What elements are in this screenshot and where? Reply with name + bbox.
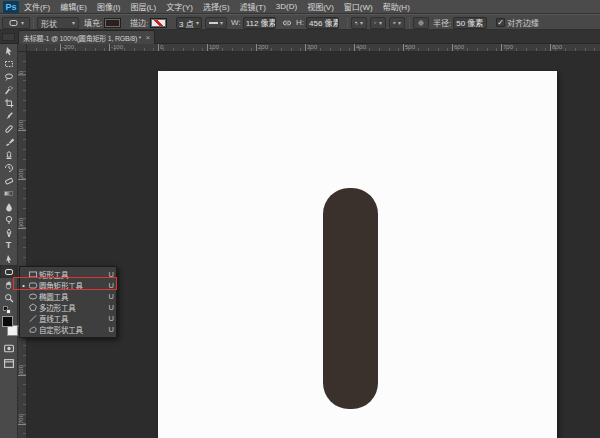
flyout-item-rectangle-tool[interactable]: 矩形工具 U [20, 269, 116, 280]
rounded-rectangle-icon [28, 281, 38, 290]
radius-input[interactable]: 50 像素 [453, 17, 487, 29]
menu-window[interactable]: 窗口(W) [339, 1, 378, 12]
pen-tool-icon [4, 228, 14, 238]
menu-select[interactable]: 选择(S) [198, 1, 235, 12]
stroke-style-dropdown[interactable]: ▾ [205, 17, 227, 29]
chevron-down-icon: ▾ [360, 20, 363, 26]
path-arrangement-icon [393, 18, 396, 28]
horizontal-ruler[interactable]: -200-1000100200300400500600700800 [27, 44, 600, 52]
gear-icon [417, 18, 425, 28]
menu-3d[interactable]: 3D(D) [271, 2, 302, 11]
marquee-tool-icon [4, 59, 14, 69]
selection-marker: • [20, 282, 27, 289]
tool-options-bar: ▾ 形状 ▾ 填充: 描边: 3 点 ▾ ▾ W: 112 像素 H: 456 … [0, 14, 600, 30]
ruler-tick-label: 200 [256, 44, 268, 52]
quick-selection-tool-icon [4, 85, 14, 95]
menu-help[interactable]: 帮助(H) [378, 1, 415, 12]
gradient-tool[interactable] [0, 187, 17, 200]
flyout-item-shortcut: U [104, 270, 114, 279]
quick-selection-tool[interactable] [0, 83, 17, 96]
default-colors-icon[interactable] [3, 306, 12, 314]
tool-mode-dropdown[interactable]: 形状 ▾ [37, 17, 79, 29]
height-label: H: [296, 18, 304, 27]
chain-link-icon [281, 18, 293, 28]
path-selection-tool[interactable] [0, 252, 17, 265]
width-input[interactable]: 112 像素 [243, 17, 276, 29]
close-tab-icon[interactable]: × [145, 34, 150, 42]
chevron-down-icon: ▾ [379, 20, 382, 26]
zoom-tool[interactable] [0, 291, 17, 304]
ruler-tick-label: 300 [305, 44, 317, 52]
flyout-item-custom-shape-tool[interactable]: 自定形状工具 U [20, 324, 116, 335]
ruler-corner[interactable] [18, 44, 27, 52]
path-alignment-button[interactable]: ▾ [370, 17, 386, 29]
rectangular-marquee-tool[interactable] [0, 57, 17, 70]
blur-tool[interactable] [0, 200, 17, 213]
menu-layer[interactable]: 图层(L) [125, 1, 161, 12]
align-edges-group[interactable]: ✓ 对齐边缘 [496, 17, 539, 28]
move-tool[interactable] [0, 44, 17, 57]
brush-tool[interactable] [0, 135, 17, 148]
lasso-tool-icon [4, 72, 14, 82]
path-operations-button[interactable]: ▾ [351, 17, 367, 29]
path-operations-icon [355, 18, 358, 28]
ruler-tick-label: -200 [60, 44, 74, 52]
path-arrangement-button[interactable]: ▾ [389, 17, 405, 29]
link-dimensions-button[interactable] [281, 17, 293, 28]
flyout-item-shortcut: U [104, 303, 114, 312]
history-brush-tool[interactable] [0, 161, 17, 174]
dodge-tool[interactable] [0, 213, 17, 226]
flyout-item-rounded-rectangle-tool[interactable]: • 圆角矩形工具 U [20, 280, 116, 291]
align-edges-label: 对齐边缘 [507, 17, 539, 28]
zoom-tool-icon [4, 293, 14, 303]
path-alignment-icon [374, 18, 377, 28]
stroke-width-field[interactable]: 3 点 ▾ [176, 17, 202, 29]
stroke-color-swatch[interactable] [150, 18, 167, 28]
flyout-item-line-tool[interactable]: 直线工具 U [20, 313, 116, 324]
radius-label: 半径: [433, 17, 451, 28]
menu-view[interactable]: 视图(V) [302, 1, 339, 12]
foreground-color-swatch[interactable] [2, 316, 13, 327]
quick-mask-button[interactable] [0, 342, 18, 355]
pen-tool[interactable] [0, 226, 17, 239]
clone-stamp-tool[interactable] [0, 148, 17, 161]
flyout-item-polygon-tool[interactable]: 多边形工具 U [20, 302, 116, 313]
eyedropper-tool-icon [4, 111, 14, 121]
menu-edit[interactable]: 编辑(E) [55, 1, 92, 12]
align-edges-checkbox[interactable]: ✓ [496, 18, 505, 27]
eraser-tool[interactable] [0, 174, 17, 187]
ellipse-icon [28, 292, 38, 301]
ruler-tick-label: 600 [18, 365, 27, 376]
type-tool-icon: T [6, 241, 12, 250]
hand-tool[interactable] [0, 278, 17, 291]
menu-image[interactable]: 图像(I) [92, 1, 126, 12]
fill-color-swatch[interactable] [104, 18, 121, 28]
collapse-panel-handle[interactable] [2, 33, 15, 41]
screen-mode-button[interactable] [0, 357, 18, 370]
fill-label: 填充: [84, 17, 102, 28]
flyout-item-label: 自定形状工具 [39, 324, 104, 335]
custom-shape-icon [28, 325, 38, 334]
spot-healing-brush-tool[interactable] [0, 122, 17, 135]
lasso-tool[interactable] [0, 70, 17, 83]
move-tool-icon [4, 46, 14, 56]
eyedropper-tool[interactable] [0, 109, 17, 122]
rounded-rectangle-tool[interactable] [0, 265, 17, 278]
flyout-item-label: 圆角矩形工具 [39, 280, 104, 291]
blur-tool-icon [4, 202, 14, 212]
separator [409, 17, 410, 29]
flyout-item-ellipse-tool[interactable]: 椭圆工具 U [20, 291, 116, 302]
healing-brush-tool-icon [4, 124, 14, 134]
crop-tool[interactable] [0, 96, 17, 109]
menu-type[interactable]: 文字(Y) [161, 1, 198, 12]
menu-file[interactable]: 文件(F) [19, 1, 55, 12]
vertical-ruler[interactable]: 0100200300400500600700 [18, 52, 27, 438]
tool-preset-picker[interactable]: ▾ [2, 17, 30, 29]
document-tab[interactable]: 未标题-1 @ 100%(圆角矩形 1, RGB/8) * × [18, 30, 155, 44]
ruler-tick-label: 700 [18, 414, 27, 425]
rectangle-icon [28, 270, 38, 279]
menu-filter[interactable]: 滤镜(T) [235, 1, 271, 12]
height-input[interactable]: 456 像素 [306, 17, 339, 29]
horizontal-type-tool[interactable]: T [0, 239, 17, 252]
geometry-options-button[interactable] [413, 17, 429, 29]
